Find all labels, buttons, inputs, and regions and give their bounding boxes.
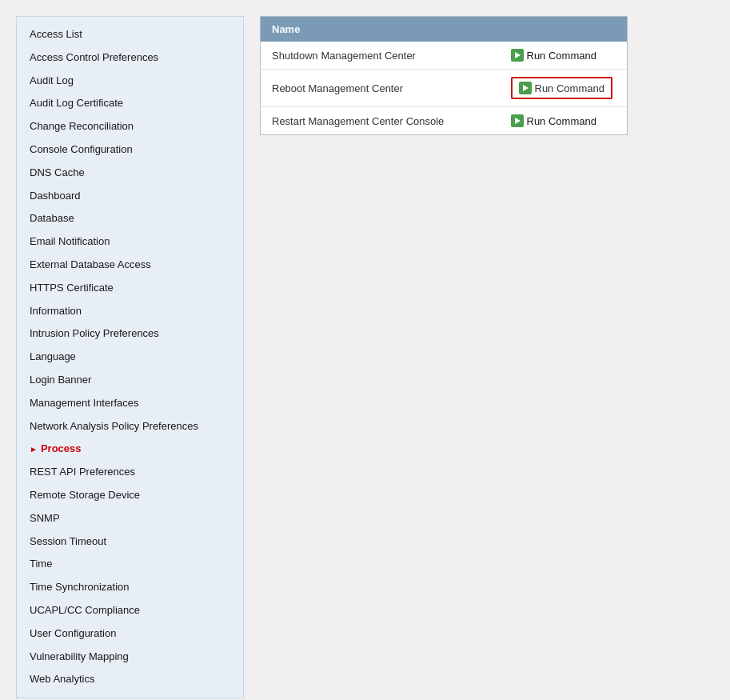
row-action: Run Command xyxy=(500,107,628,135)
run-command-button-highlighted[interactable]: Run Command xyxy=(511,77,612,99)
sidebar-item-management-interfaces[interactable]: Management Interfaces xyxy=(17,392,243,415)
sidebar-item-external-database-access[interactable]: External Database Access xyxy=(17,254,243,277)
sidebar-item-web-analytics[interactable]: Web Analytics xyxy=(17,668,243,691)
sidebar-item-process[interactable]: ► Process xyxy=(17,438,243,461)
sidebar-item-network-analysis-policy-preferences[interactable]: Network Analysis Policy Preferences xyxy=(17,415,243,438)
sidebar-item-rest-api-preferences[interactable]: REST API Preferences xyxy=(17,461,243,484)
run-command-icon xyxy=(511,114,524,127)
run-command-icon xyxy=(511,49,524,62)
row-name: Restart Management Center Console xyxy=(261,107,500,135)
row-name: Reboot Management Center xyxy=(261,70,500,107)
name-column-header: Name xyxy=(261,17,500,42)
svg-marker-2 xyxy=(515,118,521,124)
row-action: Run Command xyxy=(500,42,628,70)
sidebar-item-snmp[interactable]: SNMP xyxy=(17,507,243,530)
sidebar-item-intrusion-policy-preferences[interactable]: Intrusion Policy Preferences xyxy=(17,322,243,346)
action-column-header xyxy=(500,17,628,42)
svg-marker-0 xyxy=(515,52,521,58)
sidebar-item-audit-log[interactable]: Audit Log xyxy=(17,70,243,93)
active-arrow-icon: ► xyxy=(30,443,38,456)
sidebar-item-session-timeout[interactable]: Session Timeout xyxy=(17,530,243,554)
sidebar-item-time[interactable]: Time xyxy=(17,553,243,576)
run-command-icon xyxy=(519,82,532,94)
sidebar-item-user-configuration[interactable]: User Configuration xyxy=(17,622,243,646)
sidebar-item-information[interactable]: Information xyxy=(17,300,243,323)
svg-marker-1 xyxy=(523,85,529,91)
sidebar-item-remote-storage-device[interactable]: Remote Storage Device xyxy=(17,484,243,507)
sidebar-item-access-list[interactable]: Access List xyxy=(17,23,243,46)
sidebar-item-ucaplcc-compliance[interactable]: UCAPL/CC Compliance xyxy=(17,599,243,622)
sidebar: Access ListAccess Control PreferencesAud… xyxy=(16,16,244,698)
table-row: Reboot Management Center Run Command xyxy=(261,70,628,107)
sidebar-item-console-configuration[interactable]: Console Configuration xyxy=(17,138,243,162)
sidebar-item-change-reconciliation[interactable]: Change Reconciliation xyxy=(17,115,243,138)
sidebar-item-audit-log-certificate[interactable]: Audit Log Certificate xyxy=(17,92,243,115)
commands-table: Name Shutdown Management Center Run Comm… xyxy=(260,16,628,135)
run-command-button[interactable]: Run Command xyxy=(511,49,596,62)
sidebar-item-time-synchronization[interactable]: Time Synchronization xyxy=(17,576,243,599)
sidebar-item-email-notification[interactable]: Email Notification xyxy=(17,230,243,254)
main-container: Access ListAccess Control PreferencesAud… xyxy=(16,16,714,698)
row-name: Shutdown Management Center xyxy=(261,42,500,70)
sidebar-item-access-control-preferences[interactable]: Access Control Preferences xyxy=(17,46,243,70)
sidebar-item-database[interactable]: Database xyxy=(17,207,243,230)
content-area: Name Shutdown Management Center Run Comm… xyxy=(260,16,714,698)
sidebar-item-https-certificate[interactable]: HTTPS Certificate xyxy=(17,277,243,300)
row-action: Run Command xyxy=(500,70,628,107)
sidebar-item-login-banner[interactable]: Login Banner xyxy=(17,369,243,392)
sidebar-item-vulnerability-mapping[interactable]: Vulnerability Mapping xyxy=(17,646,243,669)
sidebar-item-language[interactable]: Language xyxy=(17,346,243,369)
sidebar-item-dashboard[interactable]: Dashboard xyxy=(17,185,243,208)
sidebar-item-dns-cache[interactable]: DNS Cache xyxy=(17,162,243,185)
table-row: Restart Management Center Console Run Co… xyxy=(261,107,628,135)
table-row: Shutdown Management Center Run Command xyxy=(261,42,628,70)
run-command-button[interactable]: Run Command xyxy=(511,114,596,127)
